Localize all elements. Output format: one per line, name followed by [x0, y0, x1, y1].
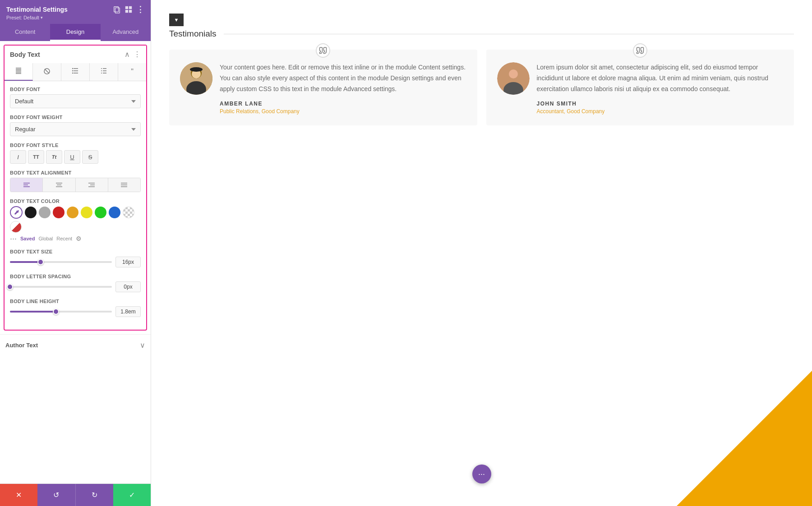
tab-icon-list1[interactable] [61, 63, 90, 81]
color-swatches-row [10, 206, 141, 233]
color-tabs-row: ··· Saved Global Recent ⚙ [10, 235, 141, 243]
tab-content[interactable]: Content [0, 24, 50, 41]
redo-button[interactable]: ↻ [75, 484, 113, 506]
tab-design[interactable]: Design [50, 24, 100, 41]
sidebar-title-row: Testimonial Settings ⋮ [6, 5, 144, 14]
section-divider: Testimonials [169, 29, 794, 39]
card-body-1: Your content goes here. Edit or remove t… [180, 62, 466, 115]
color-orange[interactable] [67, 207, 78, 218]
collapse-icon[interactable]: ∧ [125, 50, 130, 59]
tab-icon-background[interactable] [33, 63, 61, 81]
testimonial-card-1: Your content goes here. Edit or remove t… [169, 50, 477, 125]
card-author-name-2: JOHN SMITH [537, 101, 784, 107]
body-font-style-label: Body Font Style [10, 143, 141, 148]
body-text-header[interactable]: Body Text ∧ ⋮ [5, 46, 146, 63]
alignment-buttons [10, 178, 141, 192]
sidebar-header: Testimonial Settings ⋮ Preset: Default ▾ [0, 0, 151, 24]
body-text-panel: Body Text ∧ ⋮ [4, 45, 147, 331]
line-height-input[interactable] [115, 306, 141, 317]
tab-icon-list2[interactable] [90, 63, 118, 81]
line-height-track[interactable] [10, 311, 112, 313]
align-right-btn[interactable] [76, 178, 108, 192]
letter-spacing-input[interactable] [115, 281, 141, 292]
color-more-btn[interactable]: ··· [10, 235, 17, 243]
svg-rect-1 [114, 7, 119, 12]
font-style-buttons: I TT Tt U S [10, 150, 141, 164]
card-quote-1: Your content goes here. Edit or remove t… [220, 62, 466, 94]
body-font-weight-label: Body Font Weight [10, 115, 141, 120]
card-author-name-1: AMBER LANE [220, 101, 466, 107]
size-input[interactable] [115, 257, 141, 267]
main-content: ▼ Testimonials [151, 0, 812, 506]
sidebar-footer: ✕ ↺ ↻ ✓ [0, 483, 151, 506]
color-black[interactable] [25, 207, 37, 218]
section-line [224, 34, 794, 34]
avatar-1 [180, 62, 212, 95]
layout-icon[interactable] [125, 5, 133, 14]
canvas-area: ▼ Testimonials [151, 0, 812, 506]
body-font-select[interactable]: Default [10, 94, 141, 108]
body-line-height-label: Body Line Height [10, 299, 141, 304]
tab-icon-font[interactable] [5, 63, 33, 81]
section-options-icon[interactable]: ⋮ [134, 50, 141, 59]
color-tab-saved[interactable]: Saved [20, 236, 35, 241]
card-text-2: Lorem ipsum dolor sit amet, consectetur … [537, 62, 784, 115]
body-letter-spacing-label: Body Letter Spacing [10, 274, 141, 279]
size-slider-row [10, 257, 141, 267]
orange-triangle-decoration [677, 371, 812, 506]
sidebar-preset[interactable]: Preset: Default ▾ [6, 15, 144, 20]
bold-small-btn[interactable]: TT [28, 150, 44, 164]
body-font-label: Body Font [10, 87, 141, 92]
svg-rect-0 [115, 8, 120, 13]
color-red[interactable] [53, 207, 65, 218]
undo-button[interactable]: ↺ [37, 484, 75, 506]
align-center-btn[interactable] [43, 178, 75, 192]
align-left-btn[interactable] [10, 178, 43, 192]
color-tab-recent[interactable]: Recent [56, 236, 72, 241]
author-text-section[interactable]: Author Text ∨ [0, 334, 151, 356]
sidebar-title-text: Testimonial Settings [6, 6, 68, 13]
cancel-button[interactable]: ✕ [0, 484, 37, 506]
color-gray[interactable] [39, 207, 51, 218]
copy-icon[interactable] [113, 5, 121, 14]
body-text-alignment-label: Body Text Alignment [10, 170, 141, 175]
sidebar: Testimonial Settings ⋮ Preset: Default ▾… [0, 0, 151, 506]
svg-rect-5 [129, 10, 132, 13]
sidebar-content: Body Text ∧ ⋮ [0, 41, 151, 483]
floating-dots-button[interactable]: ··· [472, 465, 491, 483]
tab-icon-quote[interactable]: " [118, 63, 146, 81]
body-font-weight-select[interactable]: Regular [10, 122, 141, 136]
color-diagonal-red[interactable] [10, 221, 22, 233]
color-transparent[interactable] [123, 207, 134, 218]
body-font-group: Body Font Default [10, 87, 141, 108]
more-icon[interactable]: ⋮ [136, 5, 144, 14]
save-button[interactable]: ✓ [113, 484, 151, 506]
avatar-2 [497, 62, 530, 97]
body-text-color-label: Body Text Color [10, 198, 141, 204]
color-settings-btn[interactable]: ⚙ [76, 235, 82, 242]
card-author-company-1: Good Company [262, 108, 300, 115]
svg-point-43 [509, 69, 518, 78]
color-tab-global[interactable]: Global [38, 236, 53, 241]
svg-rect-4 [125, 10, 128, 13]
letter-spacing-track[interactable] [10, 286, 112, 288]
italic-btn[interactable]: I [10, 150, 26, 164]
card-quote-2: Lorem ipsum dolor sit amet, consectetur … [537, 62, 784, 94]
bold-italic-btn[interactable]: Tt [46, 150, 62, 164]
color-green[interactable] [95, 207, 106, 218]
underline-btn[interactable]: U [64, 150, 80, 164]
svg-rect-2 [125, 6, 128, 9]
section-dropdown-btn[interactable]: ▼ [169, 14, 184, 26]
line-height-slider-row [10, 306, 141, 317]
strikethrough-btn[interactable]: S [82, 150, 98, 164]
align-justify-btn[interactable] [108, 178, 140, 192]
svg-point-18 [72, 73, 73, 74]
card-author-role-1: Public Relations, Good Company [220, 108, 466, 115]
color-blue[interactable] [109, 207, 120, 218]
card-text-1: Your content goes here. Edit or remove t… [220, 62, 466, 115]
color-yellow[interactable] [81, 207, 92, 218]
size-slider-track[interactable] [10, 261, 112, 263]
tab-advanced[interactable]: Advanced [101, 24, 151, 41]
sidebar-tabs: Content Design Advanced [0, 24, 151, 41]
eyedropper-btn[interactable] [10, 206, 23, 219]
